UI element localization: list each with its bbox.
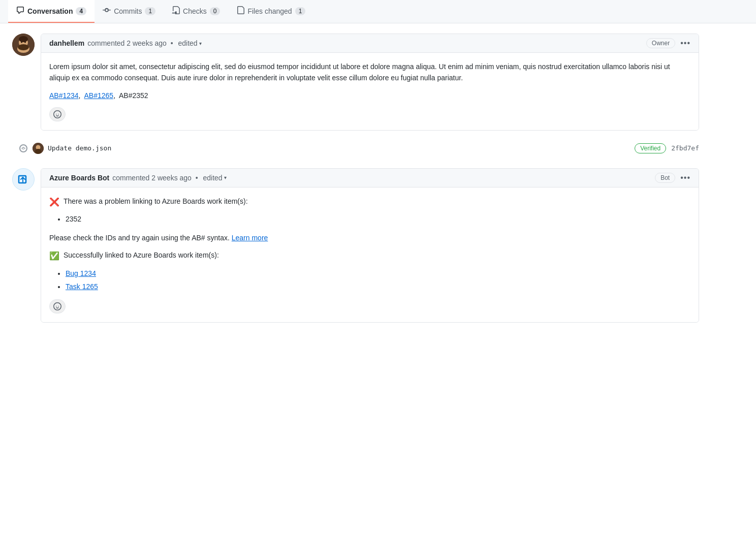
add-reaction-button-1[interactable] — [49, 107, 66, 121]
tab-conversation-count: 4 — [76, 7, 86, 15]
error-item-2352: 2352 — [66, 213, 690, 225]
tab-checks[interactable]: Checks 0 — [164, 0, 228, 23]
learn-more-link[interactable]: Learn more — [232, 234, 268, 242]
link-task1265[interactable]: Task 1265 — [66, 282, 98, 291]
error-section: ❌ There was a problem linking to Azure B… — [49, 196, 690, 209]
svg-point-6 — [24, 42, 26, 43]
comment-meta-bot: commented 2 weeks ago • — [112, 174, 200, 182]
reaction-area-1 — [49, 107, 690, 121]
verified-badge: Verified — [635, 143, 666, 153]
success-item-bug1234: Bug 1234 — [66, 268, 690, 279]
comment-header-right-bot: Bot ••• — [655, 173, 690, 183]
comment-body-bot: ❌ There was a problem linking to Azure B… — [41, 187, 699, 322]
tab-commits[interactable]: Commits 1 — [94, 0, 164, 23]
comment-box-1: danhellem commented 2 weeks ago • edited… — [41, 34, 699, 131]
error-icon: ❌ — [49, 196, 59, 209]
svg-point-5 — [21, 42, 22, 43]
comment-meta-1: commented 2 weeks ago • — [87, 39, 175, 47]
info-text: Please check the IDs and try again using… — [49, 232, 690, 243]
error-title: There was a problem linking to Azure Boa… — [64, 196, 248, 207]
commit-message: Update demo.json — [48, 144, 111, 152]
comment-header-1: danhellem commented 2 weeks ago • edited… — [41, 34, 699, 53]
link-ab1265[interactable]: AB#1265 — [84, 91, 114, 100]
comment-header-right-1: Owner ••• — [646, 38, 690, 48]
comment-author-bot: Azure Boards Bot — [49, 174, 109, 182]
svg-point-9 — [35, 149, 41, 154]
success-items-list: Bug 1234 Task 1265 — [66, 268, 690, 293]
comment-header-bot: Azure Boards Bot commented 2 weeks ago •… — [41, 169, 699, 187]
svg-point-4 — [19, 36, 28, 42]
tab-files-changed[interactable]: Files changed 1 — [228, 0, 313, 23]
checks-icon — [172, 6, 180, 16]
avatar-azure-bot — [12, 168, 35, 191]
tab-bar: Conversation 4 Commits 1 Checks 0 Files … — [0, 0, 756, 23]
more-options-button-bot[interactable]: ••• — [680, 173, 690, 182]
success-section: ✅ Successfully linked to Azure Boards wo… — [49, 249, 690, 263]
success-icon: ✅ — [49, 249, 59, 263]
main-content: danhellem commented 2 weeks ago • edited… — [0, 23, 711, 341]
conversation-icon — [16, 6, 24, 16]
comment-thread-1: danhellem commented 2 weeks ago • edited… — [12, 34, 699, 131]
comment-header-left-1: danhellem commented 2 weeks ago • edited… — [49, 39, 202, 47]
tab-commits-count: 1 — [145, 7, 155, 15]
reaction-area-bot — [49, 299, 690, 313]
link-ab2352-plain: AB#2352 — [119, 91, 148, 100]
tab-files-changed-count: 1 — [295, 7, 306, 15]
commit-hash: 2fbd7ef — [671, 144, 699, 152]
chevron-down-icon-bot: ▾ — [224, 175, 227, 180]
error-items-list: 2352 — [66, 213, 690, 225]
more-options-button-1[interactable]: ••• — [680, 39, 690, 48]
tab-conversation[interactable]: Conversation 4 — [8, 0, 94, 23]
commits-icon — [103, 6, 111, 16]
comment-header-left-bot: Azure Boards Bot commented 2 weeks ago •… — [49, 174, 227, 182]
commit-line: Update demo.json Verified 2fbd7ef — [19, 137, 699, 160]
avatar-danhellem — [12, 34, 35, 56]
bot-badge: Bot — [655, 173, 675, 183]
chevron-down-icon: ▾ — [199, 41, 202, 46]
files-icon — [236, 6, 244, 16]
tab-conversation-label: Conversation — [27, 7, 73, 15]
edited-dropdown-bot[interactable]: edited ▾ — [203, 174, 226, 182]
tab-checks-label: Checks — [183, 7, 207, 15]
comment-author-1[interactable]: danhellem — [49, 39, 84, 47]
link-bug1234[interactable]: Bug 1234 — [66, 269, 96, 277]
success-title: Successfully linked to Azure Boards work… — [64, 249, 219, 261]
comment-links: AB#1234, AB#1265, AB#2352 — [49, 90, 690, 101]
add-reaction-button-bot[interactable] — [49, 299, 66, 313]
tab-checks-count: 0 — [210, 7, 220, 15]
comment-box-bot: Azure Boards Bot commented 2 weeks ago •… — [41, 168, 699, 323]
tab-commits-label: Commits — [114, 7, 142, 15]
comment-thread-bot: Azure Boards Bot commented 2 weeks ago •… — [12, 168, 699, 323]
success-item-task1265: Task 1265 — [66, 281, 690, 292]
link-ab1234[interactable]: AB#1234 — [49, 91, 79, 100]
comment-text-1: Lorem ipsum dolor sit amet, consectetur … — [49, 61, 690, 84]
owner-badge: Owner — [646, 38, 675, 48]
tab-files-changed-label: Files changed — [247, 7, 292, 15]
svg-point-3 — [18, 44, 29, 50]
comment-body-1: Lorem ipsum dolor sit amet, consectetur … — [41, 53, 699, 130]
edited-dropdown-1[interactable]: edited ▾ — [178, 39, 201, 47]
commit-info: Update demo.json — [33, 143, 629, 154]
